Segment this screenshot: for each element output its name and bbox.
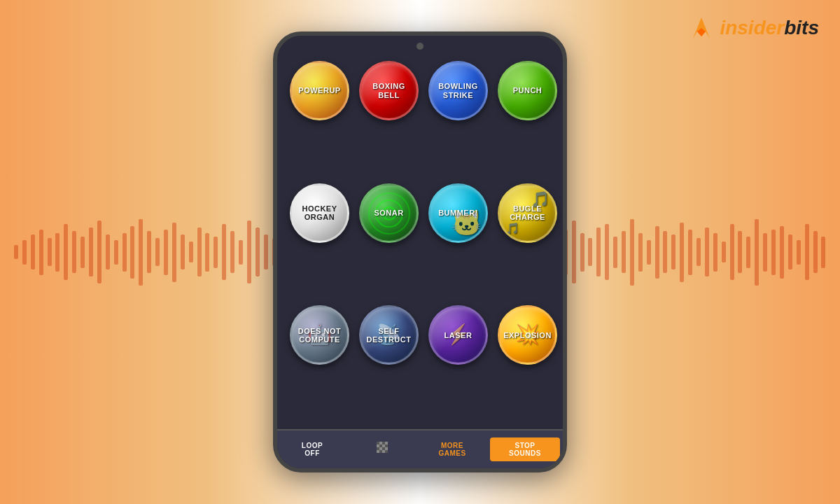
logo: insiderbits — [687, 14, 819, 42]
wave-bar — [622, 231, 626, 273]
wave-bar — [239, 240, 243, 265]
wave-bar — [130, 226, 134, 279]
wave-bar — [730, 224, 734, 280]
wave-bar — [164, 230, 168, 275]
wave-bar — [22, 240, 27, 265]
wave-bar — [572, 220, 576, 284]
wave-bar — [613, 237, 617, 268]
wave-bar — [746, 237, 750, 268]
wave-bar — [605, 224, 609, 280]
bowling-strike-label: BOWLINGSTRIKE — [438, 82, 478, 99]
wave-bar — [39, 230, 43, 275]
bugle-charge-label: BUGLECHARGE — [510, 204, 545, 221]
wave-bar — [671, 234, 676, 270]
more-games-button[interactable]: MOREGAMES — [417, 438, 487, 461]
wave-bar — [181, 234, 185, 270]
wave-bar — [755, 219, 759, 286]
wave-bar — [106, 234, 110, 270]
loop-label: LOOP OFF — [280, 442, 344, 457]
bugle-charge-button[interactable]: 🎵 🎵 BUGLECHARGE — [498, 183, 557, 243]
wave-bar — [663, 231, 667, 273]
wave-bar — [230, 231, 234, 273]
wave-bar — [205, 233, 209, 272]
wave-bar — [97, 220, 102, 284]
hockey-organ-label: HOCKEYORGAN — [302, 204, 337, 221]
wave-bar — [638, 233, 643, 272]
wave-bar — [122, 233, 127, 272]
grid-icon — [377, 442, 388, 453]
logo-icon — [687, 14, 715, 42]
loop-button[interactable]: LOOP OFF — [277, 438, 347, 461]
wave-bar — [48, 238, 52, 266]
explosion-button[interactable]: 💥 EXPLOSION — [498, 305, 557, 365]
punch-button[interactable]: PUNCH — [498, 61, 557, 120]
wave-bar — [596, 227, 601, 276]
wave-bar — [139, 219, 143, 286]
wave-bar — [255, 227, 260, 276]
wave-bar — [705, 227, 709, 276]
wave-bar — [771, 230, 776, 275]
wave-bar — [222, 224, 226, 280]
wave-bar — [80, 237, 85, 268]
wave-bar — [821, 237, 825, 268]
wave-bar — [722, 241, 726, 262]
wave-bar — [155, 238, 160, 266]
wave-bar — [64, 224, 68, 280]
wave-bar — [788, 234, 792, 270]
wave-bar — [89, 227, 93, 276]
wave-bar — [680, 223, 684, 282]
wave-bar — [114, 240, 118, 265]
boxing-bell-label: BOXINGBELL — [372, 82, 405, 99]
more-games-label: MOREGAMES — [420, 442, 484, 457]
sound-button-grid: POWERUP BOXINGBELL BOWLINGSTRIKE PUNCH H… — [277, 50, 563, 429]
hockey-organ-button[interactable]: HOCKEYORGAN — [290, 183, 349, 243]
wave-bar — [172, 223, 176, 282]
tablet-device: POWERUP BOXINGBELL BOWLINGSTRIKE PUNCH H… — [273, 31, 567, 472]
wave-bar — [580, 233, 584, 272]
wave-bar — [805, 224, 809, 280]
wave-bar — [214, 237, 218, 268]
wave-bar — [738, 231, 742, 273]
wave-bar — [14, 245, 18, 259]
wave-bar — [55, 233, 59, 272]
explosion-label: EXPLOSION — [503, 331, 552, 340]
grid-button[interactable] — [347, 438, 417, 461]
wave-bar — [797, 240, 801, 265]
stop-sounds-label: STOPSOUNDS — [493, 442, 557, 457]
does-not-compute-label: DOES NOTCOMPUTE — [298, 327, 341, 344]
laser-button[interactable]: ⚡ LASER — [428, 305, 488, 365]
wave-bar — [247, 220, 251, 284]
wave-bar — [813, 231, 818, 273]
self-destruct-button[interactable]: 📡 SELFDESTRUCT — [359, 305, 419, 365]
bummer-label: BUMMER! — [438, 209, 478, 217]
powerup-button[interactable]: POWERUP — [290, 61, 349, 120]
bottom-toolbar: LOOP OFF MOREGAMES STOPSOUNDS — [277, 429, 563, 468]
sonar-label: SONAR — [374, 209, 403, 217]
does-not-compute-button[interactable]: 🤖 DOES NOTCOMPUTE — [290, 305, 349, 365]
punch-label: PUNCH — [513, 86, 542, 94]
self-destruct-label: SELFDESTRUCT — [367, 327, 412, 344]
wave-bar — [647, 240, 651, 265]
logo-text: insiderbits — [720, 17, 819, 39]
bummer-button[interactable]: 🐱 BUMMER! — [428, 183, 488, 243]
wave-bar — [655, 226, 659, 279]
boxing-bell-button[interactable]: BOXINGBELL — [359, 61, 419, 120]
laser-label: LASER — [444, 331, 472, 340]
wave-bar — [264, 234, 268, 270]
wave-bar — [630, 219, 634, 286]
wave-bar — [780, 226, 784, 279]
wave-bar — [713, 233, 718, 272]
stop-sounds-button[interactable]: STOPSOUNDS — [490, 438, 560, 461]
sonar-button[interactable]: SONAR — [359, 183, 419, 243]
bowling-strike-button[interactable]: BOWLINGSTRIKE — [428, 61, 488, 120]
wave-bar — [763, 233, 767, 272]
wave-bar — [189, 241, 193, 262]
wave-bar — [147, 231, 151, 273]
wave-bar — [588, 238, 592, 266]
wave-bar — [197, 227, 202, 276]
wave-bar — [72, 231, 76, 273]
wave-bar — [696, 238, 701, 266]
powerup-label: POWERUP — [298, 86, 340, 94]
tablet-camera — [416, 43, 424, 50]
wave-bar — [31, 234, 35, 270]
